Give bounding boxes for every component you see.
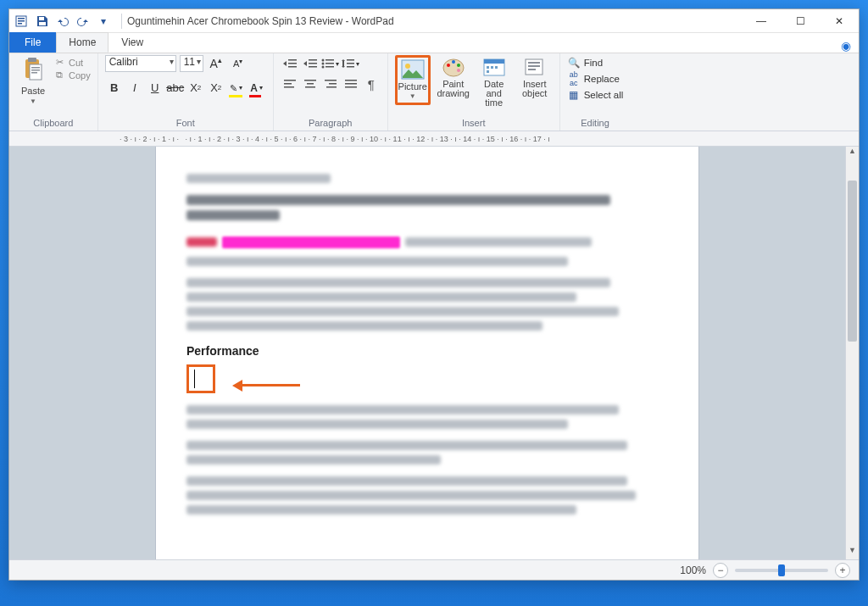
font-size-combo[interactable]: 11 [180,55,203,72]
bold-button[interactable]: B [105,79,124,96]
text-caret [194,370,195,388]
subscript-button[interactable]: X2 [186,79,205,96]
bullets-icon[interactable]: ▾ [321,55,340,72]
cursor-position-annotation [186,364,215,393]
clipboard-group-label: Clipboard [16,116,91,131]
paste-button[interactable]: Paste ▼ [16,55,50,105]
svg-rect-11 [31,72,37,74]
shrink-font-icon[interactable]: A▾ [229,55,248,72]
quick-access-toolbar: ▾ [9,12,116,31]
home-tab[interactable]: Home [56,32,108,53]
copy-button[interactable]: ⧉Copy [53,69,91,81]
scissors-icon: ✂ [53,57,65,68]
align-center-icon[interactable] [301,75,320,92]
undo-icon[interactable] [53,12,72,31]
svg-rect-27 [284,80,296,81]
wordpad-window: ▾ Oguntimehin Acer Chromebook Spin 13 Re… [8,8,860,581]
align-right-icon[interactable] [321,75,340,92]
superscript-button[interactable]: X2 [207,79,225,96]
ribbon: Paste ▼ ✂Cut ⧉Copy Clipboard Calibri 11 … [9,53,859,131]
font-group-label: Font [105,116,266,131]
svg-rect-37 [345,83,357,85]
zoom-slider[interactable] [735,569,828,572]
scroll-thumb[interactable] [848,181,857,342]
decrease-indent-icon[interactable] [281,55,299,72]
view-tab[interactable]: View [108,32,156,53]
file-tab[interactable]: File [9,32,56,53]
copy-label: Copy [69,70,91,81]
svg-point-19 [322,63,325,65]
svg-rect-14 [288,66,297,68]
paragraph-dialog-icon[interactable]: ¶ [362,75,381,92]
find-button[interactable]: 🔍Find [567,57,624,69]
minimize-button[interactable]: — [742,9,781,33]
scroll-down-icon[interactable]: ▼ [846,546,859,559]
picture-button[interactable]: Picture▼ [395,55,431,105]
svg-rect-5 [39,22,46,25]
copy-icon: ⧉ [53,69,65,81]
vertical-scrollbar[interactable]: ▲ ▼ [845,147,859,559]
close-button[interactable]: ✕ [820,9,859,33]
paragraph-group-label: Paragraph [281,116,381,131]
horizontal-ruler[interactable]: · 3 · ı · 2 · ı · 1 · ı · · ı · 1 · ı · … [9,131,859,147]
svg-rect-31 [307,83,314,85]
document-page[interactable]: Performance [156,147,698,559]
increase-indent-icon[interactable] [301,55,320,72]
svg-rect-21 [326,59,334,61]
replace-label: Replace [584,74,620,84]
svg-rect-48 [487,66,489,69]
select-all-button[interactable]: ▦Select all [567,89,624,101]
ribbon-tabs: File Home View ◉ [9,33,859,53]
redo-icon[interactable] [74,12,92,31]
svg-rect-35 [326,86,337,88]
svg-point-42 [447,64,450,67]
annotation-arrow [232,377,300,392]
calendar-icon [481,55,508,79]
find-label: Find [584,58,603,68]
svg-rect-16 [309,63,317,64]
insert-group-label: Insert [395,116,553,131]
svg-rect-26 [347,66,354,68]
paragraph-group: ▾ ▾ ¶ Paragraph [274,53,388,131]
zoom-in-button[interactable]: + [835,563,850,578]
svg-rect-13 [288,63,297,64]
strikethrough-button[interactable]: abc [166,79,185,96]
font-name-combo[interactable]: Calibri [105,55,176,72]
title-bar: ▾ Oguntimehin Acer Chromebook Spin 13 Re… [9,9,859,33]
insert-object-button[interactable]: Insertobject [517,55,553,105]
align-left-icon[interactable] [281,75,299,92]
zoom-level-label: 100% [680,564,706,576]
highlight-color-button[interactable]: ✎▾ [227,79,246,96]
svg-rect-55 [528,69,536,70]
help-icon[interactable]: ◉ [838,39,859,53]
date-time-button[interactable]: Date andtime [476,55,512,105]
line-spacing-icon[interactable]: ▾ [342,55,360,72]
replace-button[interactable]: abacReplace [567,70,624,87]
svg-rect-54 [528,65,540,67]
svg-rect-34 [329,83,337,85]
svg-rect-1 [18,18,25,19]
svg-rect-17 [309,66,317,68]
replace-icon: abac [567,70,581,87]
editing-group-label: Editing [567,116,624,131]
qat-dropdown-icon[interactable]: ▾ [94,12,113,31]
highlighted-text [222,236,400,248]
grow-font-icon[interactable]: A▴ [207,55,225,72]
cut-button[interactable]: ✂Cut [53,57,91,68]
maximize-button[interactable]: ☐ [781,9,820,33]
font-color-button[interactable]: A▾ [248,79,266,96]
zoom-out-button[interactable]: − [713,563,728,578]
svg-rect-47 [484,59,504,64]
underline-button[interactable]: U [146,79,164,96]
save-icon[interactable] [33,12,52,31]
paste-label: Paste [21,86,45,96]
justify-icon[interactable] [342,75,360,92]
italic-button[interactable]: I [125,79,144,96]
picture-icon [399,58,426,81]
svg-rect-24 [347,59,354,61]
scroll-up-icon[interactable]: ▲ [846,147,859,160]
paint-drawing-button[interactable]: Paintdrawing [436,55,471,105]
svg-point-45 [457,69,460,72]
svg-rect-36 [345,80,357,81]
palette-icon [440,55,467,79]
